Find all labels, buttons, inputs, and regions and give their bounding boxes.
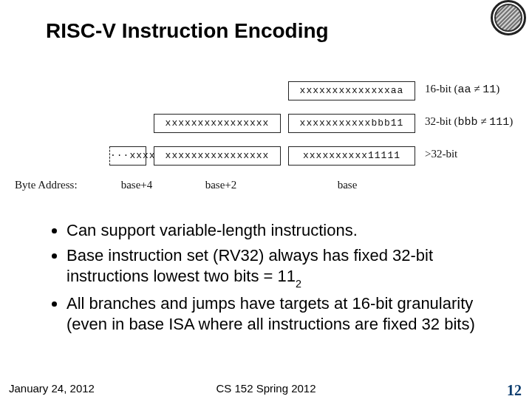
neq-icon: ≠ [471,83,483,95]
bullet-text: Base instruction set (RV32) always has f… [66,246,433,285]
encoding-row-gt32bit: ···xxxx xxxxxxxxxxxxxxxx xxxxxxxxxx11111… [15,146,517,176]
label-rhs: 11 [482,83,496,96]
bullet-item: All branches and jumps have targets at 1… [66,293,494,335]
label-prefix: 16-bit ( [425,83,458,95]
slide-title: RISC-V Instruction Encoding [46,19,329,43]
label-suffix: ) [496,83,499,95]
label-prefix: 32-bit ( [425,115,458,127]
byte-address-label: Byte Address: [15,179,78,191]
encoding-cell: xxxxxxxxxxxbbb11 [288,114,415,133]
encoding-diagram: xxxxxxxxxxxxxxaa 16-bit (aa ≠ 11) xxxxxx… [15,81,517,197]
encoding-cell: xxxxxxxxxx11111 [288,146,415,166]
bullet-item: Can support variable-length instructions… [66,220,494,241]
bullet-list: Can support variable-length instructions… [50,220,494,339]
seal-inner-icon [494,4,522,32]
byte-address-row: Byte Address: base+4 base+2 base [15,179,517,197]
encoding-row-16bit: xxxxxxxxxxxxxxaa 16-bit (aa ≠ 11) [15,81,517,111]
subscript-2: 2 [296,278,301,290]
label-rhs: 111 [489,116,509,129]
encoding-cell: xxxxxxxxxxxxxxxx [154,114,281,133]
byte-address-tick: base+2 [195,179,247,191]
encoding-cell: xxxxxxxxxxxxxxxx [154,146,281,166]
byte-address-tick: base+4 [111,179,163,191]
encoding-cell: xxxxxxxxxxxxxxaa [288,81,415,100]
encoding-cell: ···xxxx [109,146,146,166]
encoding-row-label: 32-bit (bbb ≠ 111) [425,115,513,129]
footer-course: CS 152 Spring 2012 [0,382,532,395]
encoding-row-label: >32-bit [425,148,457,160]
byte-address-tick: base [325,179,369,191]
seal-icon [491,0,526,35]
encoding-row-label: 16-bit (aa ≠ 11) [425,83,499,96]
encoding-row-32bit: xxxxxxxxxxxxxxxx xxxxxxxxxxxbbb11 32-bit… [15,114,517,143]
label-suffix: ) [509,115,513,127]
label-lhs: bbb [458,116,478,129]
bullet-item: Base instruction set (RV32) always has f… [66,245,494,289]
footer-page-number: 12 [507,382,522,399]
neq-icon: ≠ [478,115,490,127]
label-lhs: aa [458,83,471,96]
slide: RISC-V Instruction Encoding xxxxxxxxxxxx… [0,0,532,399]
